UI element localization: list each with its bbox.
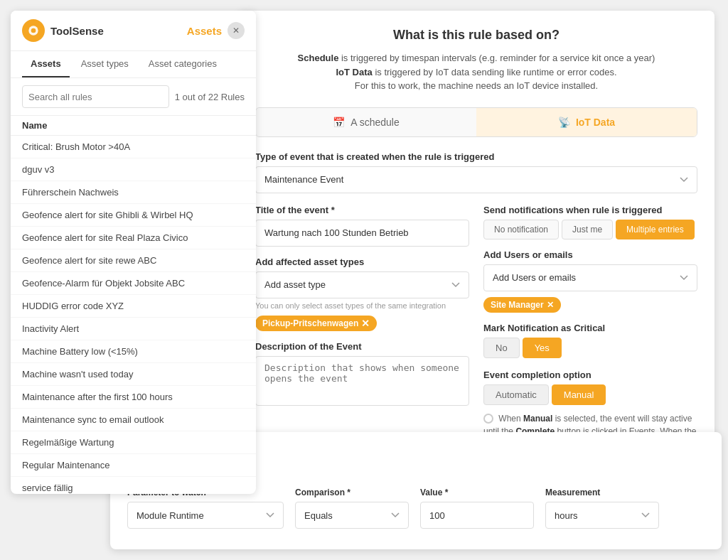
left-panel: ToolSense Assets ✕ Assets Asset types As… <box>11 11 256 494</box>
users-group: Add Users or emails Add Users or emails … <box>483 249 697 313</box>
param-to-watch-select[interactable]: Module Runtime <box>127 502 284 529</box>
event-type-group: Type of event that is created when the r… <box>255 151 697 193</box>
event-title-input[interactable] <box>255 220 469 247</box>
asset-types-helper: You can only select asset types of the s… <box>255 301 469 310</box>
asset-types-label: Add affected asset types <box>255 257 469 267</box>
brand-name: ToolSense <box>50 25 104 37</box>
measurement-col: Measurement hours <box>545 488 659 529</box>
list-item[interactable]: Inactivity Alert <box>11 318 256 340</box>
notif-label: Send notifications when rule is triggere… <box>483 205 697 215</box>
asset-types-group: Add affected asset types Add asset type … <box>255 257 469 331</box>
assets-label: Assets <box>187 25 222 37</box>
list-item[interactable]: Regular Maintenance <box>11 454 256 477</box>
comparison-label: Comparison * <box>295 488 409 497</box>
no-notif-button[interactable]: No notification <box>483 220 559 239</box>
iot-icon: 📡 <box>558 117 570 128</box>
rules-count: 1 out of 22 Rules <box>175 92 245 102</box>
users-select[interactable]: Add Users or emails <box>483 264 697 291</box>
list-item[interactable]: Maintenance sync to email outlook <box>11 409 256 431</box>
list-item[interactable]: Geofence alert for site rewe ABC <box>11 249 256 272</box>
manual-button[interactable]: Manual <box>552 384 606 405</box>
logo-icon <box>22 19 45 42</box>
list-item[interactable]: Geofence alert for site Real Plaza Civic… <box>11 227 256 249</box>
value-col: Value * <box>420 488 534 529</box>
description-label: Description of the Event <box>255 341 469 352</box>
list-item[interactable]: Maintenance after the first 100 hours <box>11 386 256 409</box>
calendar-icon: 📅 <box>333 117 345 128</box>
list-item[interactable]: Machine wasn't used today <box>11 363 256 386</box>
measurement-select[interactable]: hours <box>545 502 659 529</box>
notif-buttons: No notification Just me Multiple entries <box>483 220 697 239</box>
event-title-label: Title of the event * <box>255 205 469 215</box>
panel-header: ToolSense Assets ✕ <box>11 11 256 51</box>
panel-subtitle: Schedule is triggered by timespan interv… <box>255 51 697 93</box>
comparison-select[interactable]: Equals <box>295 502 409 529</box>
tab-asset-categories[interactable]: Asset categories <box>140 51 225 77</box>
asset-types-select[interactable]: Add asset type <box>255 271 469 298</box>
users-label: Add Users or emails <box>483 249 697 260</box>
tag-close-icon[interactable]: ✕ <box>361 318 370 328</box>
list-item[interactable]: Machine Battery low (<15%) <box>11 340 256 363</box>
close-button[interactable]: ✕ <box>228 22 245 39</box>
left-col: Title of the event * Add affected asset … <box>255 205 469 463</box>
mark-critical-group: Mark Notification as Critical No Yes <box>483 323 697 358</box>
value-input[interactable] <box>420 502 534 529</box>
search-input[interactable] <box>22 85 169 108</box>
list-header: Name <box>11 116 256 136</box>
mark-critical-label: Mark Notification as Critical <box>483 323 697 333</box>
panel-title: What is this rule based on? <box>255 28 697 43</box>
two-col-section: Title of the event * Add affected asset … <box>255 205 697 463</box>
list-items: Critical: Brush Motor >40A dguv v3 Führe… <box>11 136 256 494</box>
completion-btns: Automatic Manual <box>483 384 697 405</box>
svg-point-1 <box>31 28 36 33</box>
iot-data-button[interactable]: 📡 IoT Data <box>476 108 697 136</box>
tab-assets[interactable]: Assets <box>22 51 70 77</box>
comparison-col: Comparison * Equals <box>295 488 409 529</box>
yes-critical-button[interactable]: Yes <box>523 338 562 358</box>
right-col: Send notifications when rule is triggere… <box>483 205 697 463</box>
main-panel: What is this rule based on? Schedule is … <box>238 11 714 476</box>
list-item[interactable]: Regelmäßige Wartung <box>11 431 256 454</box>
multiple-entries-button[interactable]: Multiple entries <box>616 220 695 239</box>
list-item[interactable]: HUDDIG error code XYZ <box>11 295 256 318</box>
list-item[interactable]: Geofence alert for site Ghibli & Wirbel … <box>11 204 256 227</box>
event-type-label: Type of event that is created when the r… <box>255 151 697 162</box>
list-item[interactable]: Führerschein Nachweis <box>11 181 256 204</box>
rule-type-buttons: 📅 A schedule 📡 IoT Data <box>255 107 697 137</box>
search-row: 1 out of 22 Rules <box>11 78 256 116</box>
no-critical-button[interactable]: No <box>483 338 520 358</box>
automatic-button[interactable]: Automatic <box>483 384 549 405</box>
nav-tabs: Assets Asset types Asset categories <box>11 51 256 78</box>
list-item[interactable]: service fällig <box>11 477 256 494</box>
notif-group: Send notifications when rule is triggere… <box>483 205 697 239</box>
description-group: Description of the Event <box>255 341 469 409</box>
value-label: Value * <box>420 488 534 497</box>
schedule-button[interactable]: 📅 A schedule <box>256 108 476 136</box>
list-item[interactable]: Critical: Brush Motor >40A <box>11 136 256 158</box>
asset-tag: Pickup-Pritschenwagen ✕ <box>255 316 377 331</box>
toggle-row: No Yes <box>483 338 697 358</box>
tab-asset-types[interactable]: Asset types <box>73 51 137 77</box>
list-item[interactable]: Geofence-Alarm für Objekt Jobsite ABC <box>11 272 256 295</box>
event-type-select[interactable]: Maintenance Event <box>255 166 697 193</box>
radio-icon <box>483 414 493 424</box>
list-item[interactable]: dguv v3 <box>11 158 256 181</box>
just-me-button[interactable]: Just me <box>562 220 613 239</box>
description-textarea[interactable] <box>255 356 469 406</box>
site-manager-tag: Site Manager ✕ <box>483 297 561 313</box>
tag-remove-icon[interactable]: ✕ <box>547 300 554 310</box>
measurement-label: Measurement <box>545 488 659 497</box>
event-title-group: Title of the event * <box>255 205 469 247</box>
event-completion-label: Event completion option <box>483 370 697 380</box>
